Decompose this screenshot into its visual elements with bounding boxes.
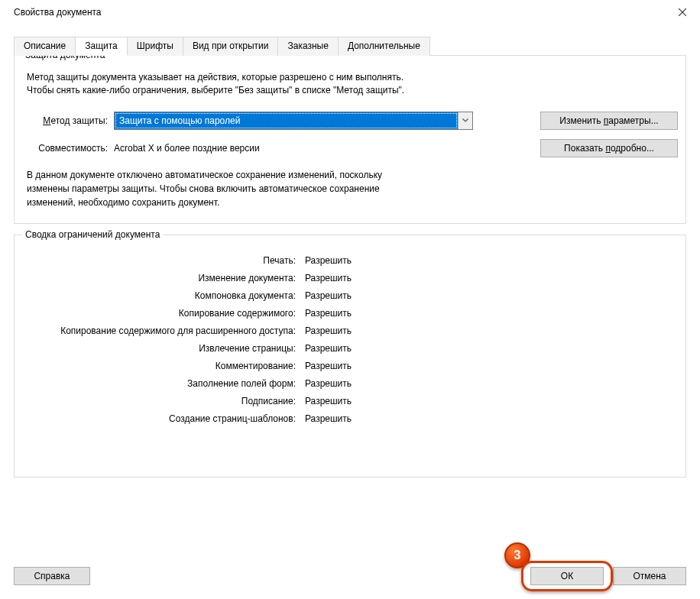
security-intro-text: Метод защиты документа указывает на дейс… [27,71,678,98]
restriction-row: Компоновка документа:Разрешить [22,290,678,301]
compatibility-value: Acrobat X и более поздние версии [114,143,260,154]
groupbox-document-security: Защита документа Метод защиты документа … [14,55,686,224]
tab-content-security: Защита документа Метод защиты документа … [14,55,686,549]
restriction-row: Создание страниц-шаблонов:Разрешить [22,413,678,424]
groupbox-legend-restrictions: Сводка ограничений документа [22,229,163,240]
ok-button[interactable]: ОК [530,567,604,585]
intro-line-2: Чтобы снять какие-либо ограничения, выбе… [27,84,678,97]
restriction-label: Изменение документа: [22,273,305,283]
row-security-method: Метод защиты: Защита с помощью паролей И… [22,112,678,130]
restriction-value: Разрешить [305,308,352,319]
label-compatibility: Совместимость: [22,143,114,154]
change-parameters-button[interactable]: Изменить параметры... [540,112,678,130]
tab-4[interactable]: Заказные [277,37,338,56]
dialog-button-bar: Справка 3 ОК Отмена [14,567,686,585]
tabstrip: ОписаниеЗащитаШрифтыВид при открытииЗака… [14,35,686,56]
document-properties-window: Свойства документа ОписаниеЗащитаШрифтыВ… [0,0,700,599]
restriction-value: Разрешить [305,325,352,336]
restriction-label: Печать: [22,255,305,266]
restriction-value: Разрешить [305,343,352,354]
help-button[interactable]: Справка [14,567,90,585]
dropdown-arrow-icon [458,112,472,129]
tab-0[interactable]: Описание [14,37,76,56]
restriction-row: Заполнение полей форм:Разрешить [22,378,678,389]
restrictions-grid: Печать:РазрешитьИзменение документа:Разр… [22,255,678,424]
security-method-selected: Защита с помощью паролей [115,112,458,129]
security-method-dropdown[interactable]: Защита с помощью паролей [114,112,473,130]
restriction-value: Разрешить [305,255,352,266]
restriction-row: Копирование содержимого:Разрешить [22,308,678,319]
restriction-row: Комментирование:Разрешить [22,361,678,371]
close-icon [679,8,686,16]
restriction-row: Изменение документа:Разрешить [22,273,678,283]
ok-button-annotated: 3 ОК [530,567,604,585]
restriction-label: Копирование содержимого для расширенного… [22,325,305,336]
window-close-button[interactable] [665,0,700,24]
restriction-label: Копирование содержимого: [22,308,305,319]
restriction-label: Комментирование: [22,361,305,371]
cancel-button[interactable]: Отмена [613,567,686,585]
restriction-label: Подписание: [22,396,305,406]
restriction-value: Разрешить [305,290,352,301]
window-title: Свойства документа [14,7,102,18]
groupbox-restrictions-summary: Сводка ограничений документа Печать:Разр… [14,235,686,478]
restriction-value: Разрешить [305,413,352,424]
restriction-value: Разрешить [305,378,352,389]
titlebar: Свойства документа [0,0,700,24]
tab-1[interactable]: Защита [75,37,128,56]
restriction-row: Печать:Разрешить [22,255,678,266]
restriction-row: Подписание:Разрешить [22,396,678,406]
intro-line-1: Метод защиты документа указывает на дейс… [27,71,678,84]
tab-2[interactable]: Шрифты [127,37,183,56]
restriction-label: Компоновка документа: [22,290,305,301]
restriction-label: Извлечение страницы: [22,343,305,354]
restriction-value: Разрешить [305,396,352,406]
row-compatibility: Совместимость: Acrobat X и более поздние… [22,139,678,157]
restriction-row: Копирование содержимого для расширенного… [22,325,678,336]
restriction-value: Разрешить [305,361,352,371]
show-details-button[interactable]: Показать подробно... [540,139,678,157]
restriction-row: Извлечение страницы:Разрешить [22,343,678,354]
restriction-label: Заполнение полей форм: [22,378,305,389]
restriction-value: Разрешить [305,273,352,283]
restriction-label: Создание страниц-шаблонов: [22,413,305,424]
label-security-method: Метод защиты: [22,115,114,126]
security-note-text: В данном документе отключено автоматичес… [27,168,416,209]
tab-3[interactable]: Вид при открытии [183,37,279,56]
tab-5[interactable]: Дополнительные [338,37,430,56]
